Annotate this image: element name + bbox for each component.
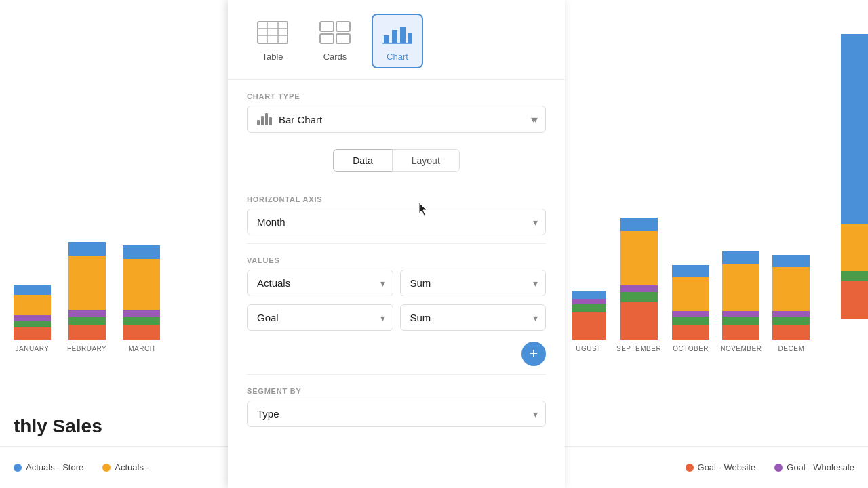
bar-group-september: SEPTEMBER [616,218,661,352]
month-label-jan: JANUARY [16,345,50,352]
orange-bar-right [841,224,868,271]
chart-title: thly Sales [0,415,102,437]
chart-icon [381,20,414,47]
add-button-row: + [228,339,565,374]
legend-label-goal-website: Goal - Website [698,462,756,472]
legend-dot-actuals [102,464,111,472]
bar-group-october: OCTOBER [672,265,709,352]
actuals-agg-dropdown-wrapper: Sum [400,270,547,296]
chart-type-value: Bar Chart [279,114,322,125]
svg-rect-0 [258,22,288,43]
goal-agg-dropdown[interactable]: Sum [400,304,547,331]
legend-actuals-store: Actuals - Store [14,462,83,472]
month-label-mar: MARCH [128,345,155,352]
values-label: VALUES [228,244,565,270]
month-label-oct: OCTOBER [673,345,709,352]
horizontal-axis-dropdown-row: Month [228,209,565,243]
tab-row: Data Layout [228,141,565,183]
goal-agg-dropdown-wrapper: Sum [400,304,547,331]
actuals-dropdown-wrapper: Actuals [247,270,393,296]
segment-by-label: SEGMENT BY [228,375,565,401]
legend-dot-actuals-store [14,464,22,472]
legend-goal-wholesale: Goal - Wholesale [774,462,854,472]
month-label-dec: DECEM [778,345,805,352]
bar-chart-mini-icon [257,113,272,125]
actuals-dropdown[interactable]: Actuals [247,270,393,296]
green-bar-right [841,271,868,281]
red-bar-right [841,281,868,319]
svg-rect-11 [400,27,406,43]
horizontal-axis-label: HORIZONTAL AXIS [228,183,565,209]
chart-type-dropdown-wrapper: Bar Chart ▾ [247,106,546,133]
table-icon [256,20,289,47]
svg-rect-5 [320,22,334,31]
legend-dot-goal-wholesale [774,464,783,472]
svg-rect-7 [320,34,334,43]
svg-rect-9 [384,35,389,43]
cards-icon [319,20,351,47]
goal-row: Goal Sum [228,304,565,339]
view-option-chart[interactable]: Chart [372,14,423,68]
chart-type-label: CHART TYPE [228,80,565,106]
tall-bar-right [841,34,868,224]
legend-label-actuals: Actuals - [115,462,149,472]
month-label-aug: UGUST [576,345,601,352]
legend-actuals: Actuals - [102,462,149,472]
svg-rect-12 [408,33,412,43]
view-option-cards[interactable]: Cards [309,14,361,68]
month-label-sep: SEPTEMBER [616,345,661,352]
svg-rect-10 [392,30,397,43]
tab-layout[interactable]: Layout [392,149,460,172]
segment-by-dropdown-row: Type [228,401,565,435]
horizontal-axis-dropdown[interactable]: Month [247,209,546,235]
tab-data[interactable]: Data [333,149,392,172]
legend-label-actuals-store: Actuals - Store [26,462,83,472]
legend-dot-goal-website [686,464,694,472]
month-label-nov: NOVEMBER [720,345,762,352]
svg-rect-6 [336,22,350,31]
bar-group-march: MARCH [123,245,160,352]
bar-group-august: UGUST [572,291,606,352]
chart-type-dropdown-row: Bar Chart ▾ [228,106,565,141]
segment-by-dropdown-wrapper: Type [247,401,546,427]
view-option-chart-label: Chart [387,52,408,62]
legend-goal-website: Goal - Website [686,462,756,472]
goal-dropdown[interactable]: Goal [247,304,393,331]
goal-dropdown-wrapper: Goal [247,304,393,331]
add-value-button[interactable]: + [521,342,546,366]
month-label-feb: FEBRUARY [67,345,106,352]
view-option-cards-label: Cards [323,52,347,62]
view-option-table[interactable]: Table [247,14,298,68]
chart-type-chevron: ▾ [531,114,536,125]
chart-type-dropdown[interactable]: Bar Chart ▾ [247,106,546,133]
segment-by-dropdown[interactable]: Type [247,401,546,427]
bar-group-november: NOVEMBER [720,251,762,352]
actuals-agg-dropdown[interactable]: Sum [400,270,547,296]
bar-group-february: FEBRUARY [67,242,106,352]
svg-rect-8 [336,34,350,43]
view-option-table-label: Table [262,52,283,62]
bar-group-december: DECEM [772,255,810,352]
bar-group-january: JANUARY [14,285,51,352]
settings-panel: Table Cards [228,0,565,488]
legend-label-goal-wholesale: Goal - Wholesale [787,462,854,472]
horizontal-axis-dropdown-wrapper: Month [247,209,546,235]
view-switcher: Table Cards [228,0,565,80]
actuals-row: Actuals Sum [228,270,565,304]
